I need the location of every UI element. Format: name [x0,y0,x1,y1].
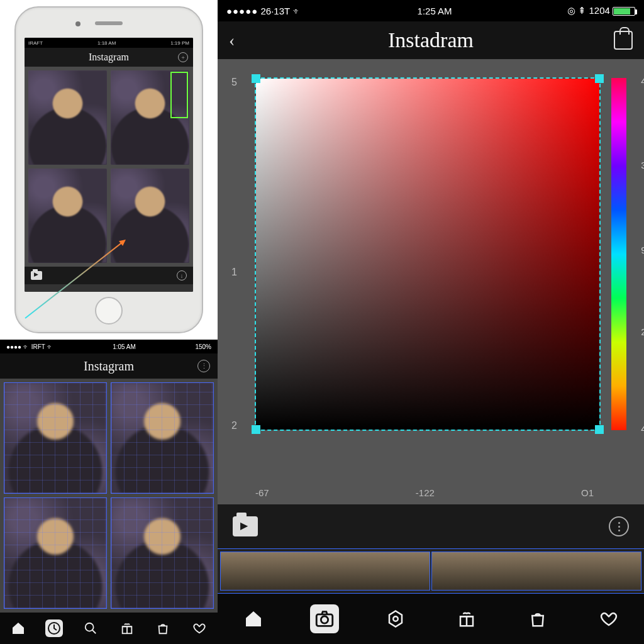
tab-settings[interactable] [381,604,410,633]
left-column: IRAFT 1:18 AM 1:19 PM Instagram + ↓ [0,0,218,644]
tab-home[interactable] [239,604,268,633]
list-item[interactable] [431,552,641,591]
tab-explore-selected[interactable] [45,619,63,637]
crop-handle-tr[interactable] [595,74,604,83]
mini-photo-1[interactable] [28,70,107,165]
mini-photo-3[interactable] [28,169,107,263]
x-axis: -67 -122 O1 [255,487,594,498]
right-toolbar [218,504,644,548]
mini-status-bar: IRAFT 1:18 AM 1:19 PM [25,38,193,48]
phone-front-camera [75,21,80,26]
lower-photo-3[interactable] [4,497,107,609]
picker-wrap: 5 1 2 45 30 90 20 40 [255,78,626,430]
sv-color-plane[interactable] [255,78,600,430]
thumbnail-strip[interactable] [218,548,644,594]
crop-handle-tl[interactable] [252,74,260,83]
lower-tabbar [0,613,218,644]
lower-app-screen: ●●●● ᯤ IRFT ᯤ 1:05 AM 150% Instagram ⋮ [0,340,218,644]
crop-handle-br[interactable] [595,425,604,434]
hotspot-icon: ⇞ [578,5,586,16]
right-tabbar [218,594,644,644]
tab-camera-selected[interactable] [310,604,339,633]
x-tick-2: -122 [416,487,435,498]
mini-photo-4[interactable] [111,169,189,263]
tab-bag[interactable] [154,619,172,637]
tab-bag[interactable] [523,604,552,633]
right-status-bar: ●●●●● 26·13T ᯤ 1:25 AM ◎ ⇞ 1204 [218,0,644,21]
mini-app-title: Instagram [89,52,129,63]
tab-home[interactable] [9,619,27,637]
mini-header-action[interactable]: + [178,52,188,62]
mini-scroll-strip[interactable] [25,284,193,292]
lower-title: Instagram [84,359,134,374]
mini-time: 1:18 AM [97,40,116,46]
right-app-title: Instadram [388,28,474,52]
svg-point-4 [321,616,328,623]
carrier-label: 26·13T [260,6,289,16]
hue-slider[interactable]: 45 30 90 20 40 [611,78,626,430]
crop-handle-bl[interactable] [252,425,260,434]
lower-time: 1:05 AM [113,343,136,350]
camera-play-icon[interactable] [233,516,258,536]
lower-photo-grid [0,379,218,613]
svg-point-6 [393,616,398,621]
wifi-icon: ᯤ [292,6,302,16]
right-column: ●●●●● 26·13T ᯤ 1:25 AM ◎ ⇞ 1204 ‹ Instad… [218,0,644,644]
back-button[interactable]: ‹ [229,30,235,50]
tab-search[interactable] [82,619,99,637]
tab-heart[interactable] [594,604,623,633]
mini-right: 1:19 PM [170,40,189,46]
hue-label-30: 30 [641,160,644,170]
mini-photo-2-selected[interactable] [111,70,189,165]
svg-marker-5 [389,611,402,627]
target-icon: ◎ [567,5,575,16]
y-tick-mid: 1 [231,267,237,278]
phone-body: IRAFT 1:18 AM 1:19 PM Instagram + ↓ [14,6,203,333]
hue-label-20: 20 [641,326,644,337]
lower-photo-2[interactable] [111,382,214,494]
download-circle-icon[interactable]: ↓ [177,270,187,280]
hue-label-90: 90 [641,245,644,255]
mini-photo-grid [25,67,193,267]
phone-screen: IRAFT 1:18 AM 1:19 PM Instagram + ↓ [25,38,193,292]
x-tick-3: O1 [581,487,594,498]
right-app-header: ‹ Instadram [218,21,644,59]
tab-gift[interactable] [118,619,136,637]
bag-icon[interactable] [614,31,633,50]
tab-gift[interactable] [452,604,481,633]
lower-header-more[interactable]: ⋮ [197,360,210,372]
battery-pct: 1204 [589,5,609,16]
status-right: ◎ ⇞ 1204 [567,5,635,16]
tab-heart[interactable] [191,619,208,637]
lower-battery: 150% [195,343,211,350]
hue-label-45: 45 [641,75,644,86]
y-tick-bot: 2 [231,420,237,431]
phone-speaker [95,21,123,25]
more-vertical-icon[interactable] [609,516,629,536]
y-tick-top: 5 [231,77,237,88]
status-left: ●●●●● 26·13T ᯤ [226,6,302,16]
crop-frame[interactable] [255,77,601,431]
mini-app-header: Instagram + [25,48,193,67]
battery-icon [613,7,635,16]
color-picker-area: 5 1 2 45 30 90 20 40 -67 -122 [218,59,644,504]
svg-point-1 [86,623,94,631]
mini-footer: ↓ [25,267,193,284]
lower-photo-1[interactable] [4,382,107,494]
iphone-mockup: IRAFT 1:18 AM 1:19 PM Instagram + ↓ [0,0,218,340]
lower-header: Instagram ⋮ [0,353,218,379]
status-time: 1:25 AM [418,6,452,16]
x-tick-1: -67 [255,487,269,498]
hue-label-40: 40 [641,423,644,434]
lower-carrier: ●●●● ᯤ IRFT ᯤ [6,343,53,350]
signal-dots-icon: ●●●●● [226,6,258,16]
lower-photo-4[interactable] [111,497,214,609]
mini-carrier: IRAFT [28,40,43,46]
home-button[interactable] [95,297,123,325]
list-item[interactable] [220,552,430,591]
lower-status-bar: ●●●● ᯤ IRFT ᯤ 1:05 AM 150% [0,340,218,353]
camera-play-icon[interactable] [31,271,42,280]
